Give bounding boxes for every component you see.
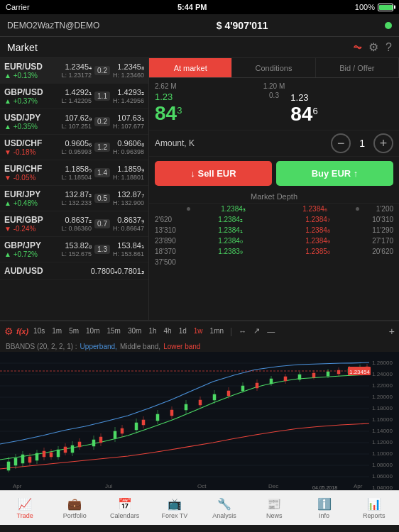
chart-action[interactable]: ↗: [251, 326, 262, 336]
price-area: 132.87₂ L: 132.233 0.5 132.87₇ H: 132.90…: [62, 190, 145, 206]
market-label: Market: [7, 42, 38, 53]
pair-name: GBP/JPY: [4, 240, 62, 250]
price-low: L: 0.95993: [62, 148, 92, 155]
left-price: 153.82₈ L: 152.675: [62, 241, 92, 257]
price-main-left: 0.7800₄: [91, 267, 118, 276]
price-low: L: 1.23172: [62, 72, 92, 79]
timeframe-1h[interactable]: 1h: [146, 326, 158, 336]
order-tab-at-market[interactable]: At market: [149, 58, 232, 77]
chart-fx-icon[interactable]: f(x): [16, 327, 28, 336]
timeframe-10s[interactable]: 10s: [31, 326, 47, 336]
spread-badge: 1.1: [94, 92, 110, 101]
depth-vol-left: 23'890: [155, 237, 187, 245]
buy-price-col: 1.23 846: [290, 82, 393, 126]
pair-info: EUR/JPY ▲ +0.48%: [4, 189, 62, 207]
market-item[interactable]: GBP/JPY ▲ +0.72% 153.82₈ L: 152.675 1.3 …: [0, 237, 148, 262]
account-bar: DEMO2WazTN@DEMO $ 4'907'011: [0, 14, 399, 37]
price-low: L: 1.18504: [62, 174, 92, 181]
timeframe-1w[interactable]: 1w: [192, 326, 205, 336]
spread-badge: 1.4: [94, 168, 110, 177]
buy-button[interactable]: Buy EUR ↑: [276, 161, 393, 186]
chart-add-indicator[interactable]: +: [389, 326, 395, 337]
price-main-right: 132.87₇: [113, 190, 144, 199]
nav-item-analysis[interactable]: 🔧 Analysis: [200, 491, 249, 525]
market-item[interactable]: EUR/GBP ▼ -0.24% 0.8637₂ L: 0.86360 0.7 …: [0, 211, 148, 237]
time-display: 5:44 PM: [177, 3, 207, 11]
price-area: 0.7800₄ 0.7801₃: [91, 267, 144, 276]
pair-name: AUD/USD: [4, 266, 91, 276]
nav-item-news[interactable]: 📰 News: [249, 491, 299, 525]
header-icons: ⏦ ⚙ ?: [354, 40, 392, 55]
price-main-left: 132.87₂: [62, 190, 92, 199]
chart-action[interactable]: ↔: [236, 326, 248, 336]
timeframe-5m[interactable]: 5m: [67, 326, 81, 336]
chart-svg: 1.26000 1.24000 1.22000 1.20000 1.18000 …: [0, 352, 399, 490]
pair-info: GBP/USD ▲ +0.37%: [4, 87, 62, 105]
depth-row: 13'310 1.2384₁ 1.2384₈ 11'290: [149, 225, 399, 235]
timeframe-15m[interactable]: 15m: [105, 326, 123, 336]
timeframe-4h[interactable]: 4h: [162, 326, 174, 336]
nav-item-reports[interactable]: 📊 Reports: [349, 491, 399, 525]
info-label: Info: [319, 512, 329, 519]
depth-vol-left: 13'310: [155, 226, 187, 234]
amount-increase-button[interactable]: +: [373, 133, 393, 153]
sell-price-int: 1.23: [155, 92, 173, 102]
market-item[interactable]: EUR/CHF ▼ -0.05% 1.1858₅ L: 1.18504 1.4 …: [0, 160, 148, 186]
indicator-lower: Lower band: [163, 343, 200, 350]
timeframe-30m[interactable]: 30m: [126, 326, 143, 336]
main-content: EUR/USD ▲ +0.13% 1.2345₄ L: 1.23172 0.2 …: [0, 58, 399, 321]
pair-change: ▲ +0.13%: [4, 72, 62, 79]
pair-change: ▲ +0.35%: [4, 123, 62, 131]
brand-icon[interactable]: ⏦: [354, 40, 361, 55]
pair-info: AUD/USD: [4, 266, 91, 276]
spread-badge: 0.2: [94, 66, 110, 75]
timeframe-1d[interactable]: 1d: [177, 326, 189, 336]
market-item[interactable]: EUR/JPY ▲ +0.48% 132.87₂ L: 132.233 0.5 …: [0, 186, 148, 211]
depth-vol-right: 27'170: [361, 237, 393, 245]
price-high: H: 1.18801: [113, 174, 144, 181]
chart-trade-icon[interactable]: ⚙: [4, 326, 13, 337]
market-item[interactable]: USD/JPY ▲ +0.35% 107.62₉ L: 107.251 0.2 …: [0, 109, 148, 135]
bottom-nav: 📈 Trade 💼 Portfolio 📅 Calendars 📺 Forex …: [0, 490, 399, 525]
timeframe-1mn[interactable]: 1mn: [208, 326, 226, 336]
amount-value: 1: [359, 138, 365, 149]
carrier-text: Carrier: [6, 3, 30, 11]
nav-item-calendars[interactable]: 📅 Calendars: [100, 491, 150, 525]
pair-name: GBP/USD: [4, 87, 62, 97]
help-icon[interactable]: ?: [386, 41, 392, 54]
timeframe-10m[interactable]: 10m: [84, 326, 102, 336]
calendars-icon: 📅: [118, 497, 132, 511]
depth-bid: 1.2384₃: [192, 205, 274, 213]
nav-item-forextv[interactable]: 📺 Forex TV: [150, 491, 200, 525]
depth-dot-r: [356, 207, 359, 211]
market-item[interactable]: USD/CHF ▼ -0.18% 0.9605₆ L: 0.95993 1.2 …: [0, 135, 148, 160]
portfolio-icon: 💼: [67, 497, 82, 511]
pair-change: ▲ +0.48%: [4, 199, 62, 207]
nav-item-trade[interactable]: 📈 Trade: [0, 491, 50, 525]
right-price: 1.2345₈ H: 1.23460: [113, 62, 144, 79]
market-item[interactable]: AUD/USD 0.7800₄ 0.7801₃: [0, 262, 148, 280]
price-high: H: 1.42956: [113, 97, 144, 104]
nav-item-info[interactable]: ℹ️ Info: [300, 491, 349, 525]
price-low: L: 132.233: [62, 199, 92, 206]
amount-decrease-button[interactable]: −: [331, 133, 351, 153]
svg-text:Jul: Jul: [105, 483, 112, 489]
price-main-right: 107.63₁: [113, 113, 144, 123]
pair-info: USD/CHF ▼ -0.18%: [4, 138, 62, 156]
market-item[interactable]: EUR/USD ▲ +0.13% 1.2345₄ L: 1.23172 0.2 …: [0, 58, 148, 84]
market-item[interactable]: GBP/USD ▲ +0.37% 1.4292₁ L: 1.42205 1.1 …: [0, 84, 148, 109]
settings-icon[interactable]: ⚙: [368, 40, 378, 54]
svg-text:1.08000: 1.08000: [372, 462, 393, 468]
svg-text:1.26000: 1.26000: [372, 360, 393, 366]
portfolio-label: Portfolio: [63, 512, 87, 519]
depth-ask: 1.2385₀: [274, 248, 361, 255]
depth-vol-right: 1'200: [361, 205, 393, 213]
sell-button[interactable]: ↓ Sell EUR: [155, 161, 272, 186]
order-tab-conditions[interactable]: Conditions: [232, 58, 315, 77]
nav-item-portfolio[interactable]: 💼 Portfolio: [50, 491, 99, 525]
svg-text:Apr: Apr: [13, 483, 22, 489]
depth-row: 2'620 1.2384₂ 1.2384₇ 10'310: [149, 214, 399, 225]
order-tab-bid--offer[interactable]: Bid / Offer: [316, 58, 399, 77]
chart-action[interactable]: —: [265, 326, 277, 336]
timeframe-1m[interactable]: 1m: [50, 326, 64, 336]
